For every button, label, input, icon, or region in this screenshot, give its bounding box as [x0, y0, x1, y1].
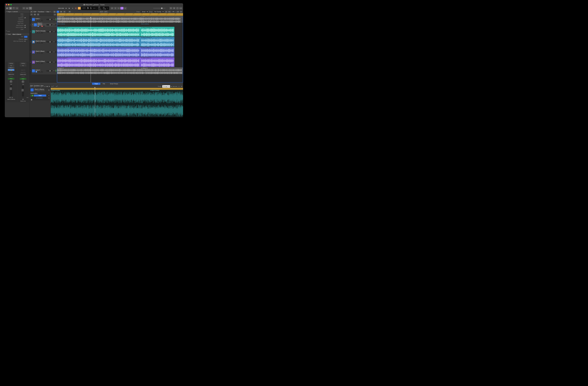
view-menu[interactable]: View	[46, 11, 51, 13]
track-m-button[interactable]: M	[36, 63, 37, 64]
tab-smart-tempo[interactable]: Smart Tempo	[107, 83, 121, 85]
zoom-v-icon[interactable]: ⇕	[180, 11, 182, 13]
loop-browser-toggle[interactable]: ◯	[176, 7, 179, 10]
track-pan-knob[interactable]	[53, 51, 55, 53]
functions-menu[interactable]: Functions	[38, 11, 45, 13]
track-volume-slider[interactable]	[46, 19, 52, 20]
editor-waveform[interactable]: 100500-50-100	[51, 91, 183, 117]
track-icon-picker[interactable]	[24, 36, 27, 38]
editor-functions-menu[interactable]: Functions	[34, 85, 40, 88]
volume-fader[interactable]	[10, 85, 11, 96]
automation-view-toggle[interactable]: ⫽	[57, 11, 59, 13]
tab-track[interactable]: Track	[92, 83, 100, 85]
track-number[interactable]: 6	[29, 57, 31, 67]
quick-help-toggle[interactable]: ?	[12, 7, 15, 10]
mixer-toggle[interactable]: ⫿⫿	[26, 7, 29, 10]
track-lane[interactable]: ●Vibe4.3 (Vocals) ⟳●Vibe4.3 (Vocals) ⟳	[57, 27, 183, 37]
add-track-button[interactable]: +	[30, 13, 33, 16]
metronome-button[interactable]: 1234	[120, 7, 124, 10]
track-s-button[interactable]: S	[38, 63, 39, 64]
track-lane[interactable]: ●Vibe4.3 (Bass) ⟳●Vibe4.3 (Bass) ⟳	[57, 47, 183, 57]
track-header[interactable]: 〰 Vibe4.3 (Stems)MSRI	[31, 23, 57, 27]
solo-button[interactable]: S	[11, 97, 13, 98]
flex-toggle[interactable]: ⋈	[60, 11, 63, 13]
track-m-button[interactable]: M	[36, 20, 37, 21]
track-pan-knob[interactable]	[53, 24, 55, 26]
track-r-button[interactable]: R	[39, 20, 41, 21]
automation-value-slider[interactable]	[31, 99, 49, 100]
list-editors-toggle[interactable]: ☰	[169, 7, 172, 10]
track-icon[interactable]: 🎤	[32, 30, 35, 33]
automation-mode-button[interactable]: Track	[34, 94, 46, 96]
track-header[interactable]: 〰 Audio 6MSRI	[31, 67, 57, 74]
minimize-window[interactable]	[8, 4, 9, 5]
track-s-button[interactable]: S	[38, 52, 39, 54]
audio-region[interactable]: ●Vibe4.3 (Drums) ⟳	[141, 37, 174, 47]
track-lane[interactable]: ●Vibe4.3 (Other) ⟳●Vibe4.3 (Other) ⟳	[57, 57, 183, 67]
loop-icon[interactable]: ↻	[63, 11, 66, 13]
audio-region[interactable]: ●Vibe4.3 (Bass) ⟳	[141, 47, 174, 57]
catch-playhead[interactable]: ▭	[54, 13, 56, 16]
inspector-toggle[interactable]: ◨	[9, 7, 12, 10]
audio-region[interactable]: ●Vibe4.3 ⟳	[57, 16, 183, 23]
track-number[interactable]: 2	[29, 23, 31, 27]
track-icon[interactable]: 〰	[34, 23, 37, 26]
editor-h-zoom-slider[interactable]	[178, 86, 180, 87]
automation-power[interactable]: ⏻	[31, 94, 33, 96]
track-icon[interactable]: ✨	[32, 61, 35, 64]
track-pan-knob[interactable]	[53, 18, 55, 21]
track-s-button[interactable]: S	[38, 20, 39, 21]
editor-zoom-link[interactable]: ⟵⟶	[173, 86, 177, 87]
track-lane[interactable]: Vibe4.3 (Stems)Vibe4.3 (Stems)	[57, 23, 183, 27]
track-header[interactable]: 🥁 Vibe4.3 (Drums)MSRI	[31, 37, 57, 47]
track-r-button[interactable]: R	[39, 52, 41, 54]
zoom-window[interactable]	[10, 4, 12, 5]
region-param-row[interactable]: Loop:	[5, 15, 29, 17]
play-button[interactable]: ▶	[68, 7, 70, 9]
track-icon[interactable]: 〰	[32, 69, 35, 72]
region-param-row[interactable]: Pitch Source:Off	[5, 24, 29, 26]
editor-pointer-tool[interactable]: ↖	[52, 86, 55, 87]
eq-button[interactable]: EQ	[8, 65, 14, 67]
audio-region[interactable]: ●Vibe4.3 (Vocals) ⟳	[141, 27, 174, 37]
drag-select[interactable]: No Overlap	[153, 11, 164, 13]
track-r-button[interactable]: R	[39, 63, 41, 64]
mute-button[interactable]: M	[9, 97, 11, 98]
track-pan-knob[interactable]	[53, 70, 55, 72]
pointer-tool[interactable]: ↖	[100, 11, 103, 13]
region-param-row[interactable]: Transpose:	[5, 21, 29, 23]
track-volume-slider[interactable]	[46, 41, 52, 43]
editor-zoom-v[interactable]: ⇕	[181, 86, 182, 87]
track-i-button[interactable]: I	[41, 52, 43, 54]
output-button[interactable]: Stereo Out	[20, 74, 26, 75]
track-pan-knob[interactable]	[53, 41, 55, 43]
midi-channel-value[interactable]: All	[24, 40, 28, 42]
track-volume-slider[interactable]	[46, 70, 52, 71]
editor-snap-select[interactable]: Smart	[162, 85, 170, 88]
audio-region[interactable]: ●Vibe4.3 (Bass) ⟳	[57, 47, 141, 57]
track-inspector-header[interactable]: Track: Vibe4.3 (Stems)	[5, 33, 29, 36]
track-r-button[interactable]: R	[39, 32, 41, 33]
zoom-h-icon[interactable]: ⇔	[165, 11, 168, 13]
edit-menu[interactable]: Edit	[34, 11, 37, 13]
track-number[interactable]: 1	[29, 16, 31, 23]
replace-mode[interactable]: ⊘	[110, 7, 114, 10]
close-window[interactable]	[6, 4, 7, 5]
record-mode[interactable]: ●	[75, 7, 77, 9]
more-toggle[interactable]: More	[5, 30, 29, 32]
automation-mode[interactable]: Read	[20, 78, 26, 80]
region-param-row[interactable]: Mute:	[5, 13, 29, 15]
tuning-button[interactable]: 𝄞	[114, 7, 117, 10]
eq-button[interactable]: EQ	[20, 65, 26, 67]
track-number[interactable]: 3	[29, 27, 31, 37]
editor-loop-icon[interactable]: ◱	[48, 89, 49, 91]
track-number[interactable]: 5	[29, 47, 31, 57]
track-lane[interactable]: ●Vibe4.3 (Drums) ⟳●Vibe4.3 (Drums) ⟳	[57, 37, 183, 47]
channel-value[interactable]: Aux 1	[24, 38, 28, 40]
track-pan-knob[interactable]	[53, 61, 55, 63]
track-number[interactable]: 7	[29, 67, 31, 74]
mute-button[interactable]: M	[22, 99, 24, 100]
editor-alt-tool[interactable]: +	[56, 86, 60, 87]
track-volume-slider[interactable]	[46, 62, 52, 63]
alt-tool[interactable]: +	[104, 11, 108, 13]
